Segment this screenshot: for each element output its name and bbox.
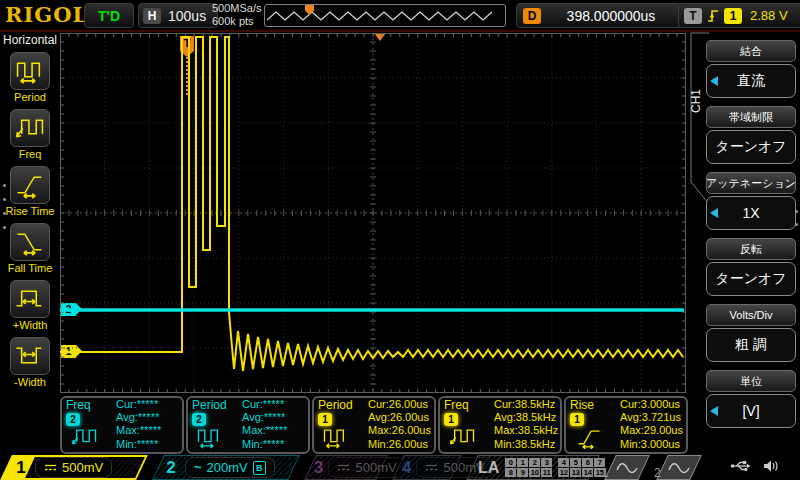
stat-row: Max:29.00us — [620, 424, 683, 437]
horizontal-box[interactable]: H 100us — [138, 3, 218, 28]
ch1-ground-marker[interactable]: 1 — [61, 345, 76, 358]
measurement-title: Rise — [570, 398, 594, 412]
ch2-ground-marker[interactable]: 2 — [61, 303, 76, 316]
fall-time-button[interactable] — [10, 223, 50, 261]
measurement-stats: Cur:38.5kHzAvg:38.5kHzMax:38.5kHzMin:38.… — [494, 398, 558, 451]
la-block[interactable]: LA0123456789101112131415 — [464, 455, 602, 480]
waveform-preview-bar[interactable] — [264, 4, 506, 27]
left-menu-item-period[interactable]: Period — [0, 52, 60, 103]
la-digit: 5 — [570, 458, 581, 467]
la-digit: 1 — [517, 458, 528, 467]
trigger-status-box: T'D — [84, 3, 134, 28]
channel-badge: 1 — [318, 413, 332, 426]
rise-icon — [573, 427, 603, 453]
top-status-bar: RIGOL T'D H 100us 500MSa/s 600k pts D 39… — [0, 0, 800, 30]
beeper-icon — [762, 459, 780, 473]
channel-content: 2~200mVB — [150, 455, 302, 480]
menu-item-value[interactable]: 1X — [706, 196, 796, 230]
measurement-stats: Cur:3.000usAvg:3.721usMax:29.00usMin:3.0… — [620, 398, 683, 451]
channel-content: 4500mV — [390, 455, 464, 480]
timebase-value: 100us — [168, 8, 206, 24]
menu-item-coupling[interactable]: 結合 直流 — [706, 40, 796, 98]
plus-width-button[interactable] — [10, 280, 50, 318]
minus-width-button[interactable] — [10, 337, 50, 375]
channel-number: 1 — [12, 455, 30, 480]
measurement-title: Freq — [66, 398, 91, 412]
stat-row: Max:26.00us — [368, 424, 431, 437]
delay-box[interactable]: D 398.000000us — [516, 3, 682, 28]
menu-item-value[interactable]: 直流 — [706, 64, 796, 98]
menu-item-attenuation[interactable]: アッテネーション 1X — [706, 172, 796, 230]
menu-item-value[interactable]: 粗 調 — [706, 328, 796, 362]
menu-item-bw-limit[interactable]: 帯域制限 ターンオフ — [706, 106, 796, 164]
freq-button[interactable] — [10, 109, 50, 147]
measurement-panel[interactable]: Freq2Cur:*****Avg:*****Max:*****Min:****… — [60, 396, 184, 454]
rise-time-button[interactable] — [10, 166, 50, 204]
source-1-button[interactable]: 1 — [602, 455, 652, 480]
left-menu-item-freq[interactable]: Freq — [0, 109, 60, 160]
stat-row: Max:***** — [242, 424, 287, 437]
measurement-panel[interactable]: Period1Cur:26.00usAvg:26.00usMax:26.00us… — [312, 396, 436, 454]
menu-item-value[interactable]: ターンオフ — [706, 262, 796, 296]
period-icon — [14, 57, 46, 85]
measurement-stats: Cur:26.00usAvg:26.00usMax:26.00usMin:26.… — [368, 398, 431, 451]
channel-4-block[interactable]: 4500mV — [390, 455, 464, 480]
channel-status-bar: 1500mV2~200mVB3500mV4500mVLA012345678910… — [0, 455, 800, 480]
topbar-separator — [0, 30, 800, 32]
stat-row: Min:***** — [116, 438, 161, 451]
trigger-position-stem — [186, 57, 188, 95]
stat-row: Max:***** — [116, 424, 161, 437]
menu-item-invert[interactable]: 反転 ターンオフ — [706, 238, 796, 296]
stat-row: Avg:26.00us — [368, 411, 431, 424]
channel-1-block[interactable]: 1500mV — [0, 455, 150, 480]
menu-arrow-icon — [710, 76, 718, 86]
source-content — [602, 455, 652, 480]
menu-item-value[interactable]: ターンオフ — [706, 130, 796, 164]
dc-coupling-icon — [44, 460, 57, 475]
source-content — [654, 455, 704, 480]
channel-2-block[interactable]: 2~200mVB — [150, 455, 302, 480]
period-button[interactable] — [10, 52, 50, 90]
menu-item-volts-div[interactable]: Volts/Div 粗 調 — [706, 304, 796, 362]
menu-item-value[interactable]: [V] — [706, 394, 796, 428]
la-digit: 14 — [582, 468, 593, 477]
delay-value: 398.000000us — [547, 8, 675, 24]
measurement-panel[interactable]: Period2Cur:*****Avg:*****Max:*****Min:**… — [186, 396, 310, 454]
channel-3-block[interactable]: 3500mV — [302, 455, 390, 480]
trigger-position-marker[interactable]: T — [180, 36, 194, 51]
menu-item-label: 単位 — [706, 370, 796, 392]
channel-number: 3 — [314, 455, 323, 480]
vdiv-value: 500mV — [62, 460, 103, 475]
left-menu-label: -Width — [14, 376, 46, 388]
source-2-button[interactable]: 2 — [654, 455, 704, 480]
measurement-title: Period — [192, 398, 227, 412]
vdiv-box: 500mV — [35, 457, 112, 478]
vdiv-value: 200mV — [207, 460, 248, 475]
menu-item-label: アッテネーション — [706, 172, 796, 194]
period-icon — [321, 427, 351, 453]
rigol-logo: RIGOL — [5, 2, 88, 27]
left-menu-item-fall-time[interactable]: Fall Time — [0, 223, 60, 274]
left-menu-item-minus-width[interactable]: -Width — [0, 337, 60, 388]
channel-badge: 2 — [66, 413, 80, 426]
la-digit: 11 — [541, 468, 552, 477]
horizontal-icon: H — [143, 8, 161, 24]
measurement-panel[interactable]: Freq1Cur:38.5kHzAvg:38.5kHzMax:38.5kHzMi… — [438, 396, 562, 454]
left-menu-item-rise-time[interactable]: Rise Time — [0, 166, 60, 217]
left-menu-title: Horizontal — [0, 32, 60, 52]
stat-row: Avg:***** — [116, 411, 161, 424]
menu-item-label: 反転 — [706, 238, 796, 260]
ac-coupling-icon: ~ — [194, 460, 202, 475]
menu-page-dots — [795, 210, 798, 226]
graticule — [60, 33, 686, 393]
la-digit: 3 — [541, 458, 552, 467]
left-menu-label: Fall Time — [8, 262, 53, 274]
measurement-panel[interactable]: Rise1Cur:3.000usAvg:3.721usMax:29.00usMi… — [564, 396, 688, 454]
sine-icon — [614, 461, 640, 475]
menu-item-unit[interactable]: 単位 [V] — [706, 370, 796, 428]
stat-row: Cur:3.000us — [620, 398, 683, 411]
la-digit: 10 — [529, 468, 540, 477]
left-menu-item-plus-width[interactable]: +Width — [0, 280, 60, 331]
trigger-source-badge: 1 — [724, 8, 742, 24]
trigger-box[interactable]: T 1 2.88 V — [678, 3, 800, 28]
